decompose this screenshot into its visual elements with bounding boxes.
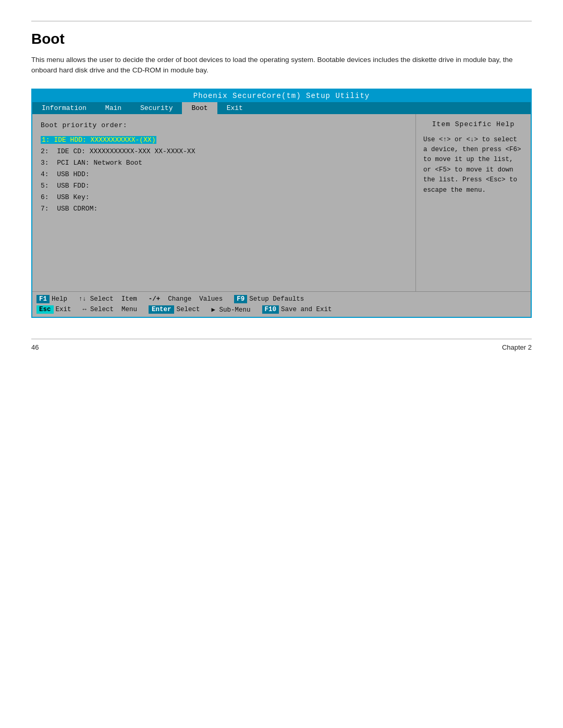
esc-exit: Esc Exit <box>36 305 71 314</box>
enter-select: Enter Select <box>149 305 200 314</box>
f1-help: F1 Help <box>36 295 67 303</box>
footer-row-2: Esc Exit ↔ Select Menu Enter Select ▶ Su… <box>36 304 527 315</box>
page-description: This menu allows the user to decide the … <box>31 55 532 76</box>
help-title: Item Specific Help <box>423 119 523 130</box>
help-text: Use <↑> or <↓> to select a device, then … <box>423 135 523 195</box>
f1-key: F1 <box>36 295 50 303</box>
esc-label: Exit <box>56 306 71 313</box>
lr-arrow-icon: ↔ <box>83 306 90 313</box>
boot-item-3[interactable]: 3: PCI LAN: Network Boot <box>41 157 407 169</box>
chapter-label: Chapter 2 <box>502 343 532 351</box>
bios-title-bar: Phoenix SecureCore(tm) Setup Utility <box>32 90 531 102</box>
bios-right-panel: Item Specific Help Use <↑> or <↓> to sel… <box>416 114 531 291</box>
f9-label: Setup Defaults <box>249 295 304 303</box>
bios-screenshot: Phoenix SecureCore(tm) Setup Utility Inf… <box>31 89 532 318</box>
boot-item-1[interactable]: 1: IDE HDD: XXXXXXXXXXX-(XX) <box>41 134 407 146</box>
f9-key: F9 <box>234 295 247 303</box>
bios-left-panel: Boot priority order: 1: IDE HDD: XXXXXXX… <box>32 114 416 291</box>
f10-label: Save and Exit <box>281 306 332 313</box>
bios-footer: F1 Help ↑↓ Select Item -/+ Change Values… <box>32 291 531 317</box>
nav-item-boot[interactable]: Boot <box>182 102 217 114</box>
submenu-label: ▶ Sub-Menu <box>211 305 250 314</box>
dash-plus: -/+ Change Values <box>149 295 223 303</box>
boot-item-4[interactable]: 4: USB HDD: <box>41 169 407 180</box>
lr-select-menu: ↔ Select Menu <box>83 306 137 313</box>
enter-key: Enter <box>149 305 175 314</box>
enter-select-label: Select <box>176 306 200 313</box>
section-label: Boot priority order: <box>41 121 407 129</box>
f10-save: F10 Save and Exit <box>262 305 332 314</box>
nav-item-information[interactable]: Information <box>32 102 96 114</box>
select-item-label: Select Item <box>90 295 137 303</box>
boot-item-2[interactable]: 2: IDE CD: XXXXXXXXXXX-XXX XX-XXXX-XX <box>41 146 407 157</box>
bios-main-content: Boot priority order: 1: IDE HDD: XXXXXXX… <box>32 114 531 291</box>
bios-nav: Information Main Security Boot Exit <box>32 102 531 114</box>
dash-plus-key: -/+ <box>149 295 161 303</box>
boot-item-7[interactable]: 7: USB CDROM: <box>41 203 407 215</box>
boot-item-6[interactable]: 6: USB Key: <box>41 192 407 203</box>
esc-key: Esc <box>36 305 54 314</box>
footer-row-1: F1 Help ↑↓ Select Item -/+ Change Values… <box>36 294 527 304</box>
f9-setup: F9 Setup Defaults <box>234 295 304 303</box>
nav-item-security[interactable]: Security <box>131 102 182 114</box>
boot-item-5[interactable]: 5: USB FDD: <box>41 180 407 192</box>
updown-select-item: ↑↓ Select Item <box>79 295 137 303</box>
page-title: Boot <box>31 31 532 47</box>
select-menu-label: Select Menu <box>90 306 137 313</box>
page-number: 46 <box>31 343 39 351</box>
boot-item-1-text: 1: IDE HDD: XXXXXXXXXXX-(XX) <box>41 136 156 144</box>
page-footer: 46 Chapter 2 <box>31 339 532 351</box>
f10-key: F10 <box>262 305 279 314</box>
nav-item-exit[interactable]: Exit <box>217 102 252 114</box>
f1-label: Help <box>52 295 67 303</box>
submenu-arrow: ▶ Sub-Menu <box>211 305 250 314</box>
updown-arrow-icon: ↑↓ <box>79 295 90 303</box>
top-divider <box>31 21 532 21</box>
change-values-label: Change Values <box>160 295 223 303</box>
nav-item-main[interactable]: Main <box>96 102 131 114</box>
